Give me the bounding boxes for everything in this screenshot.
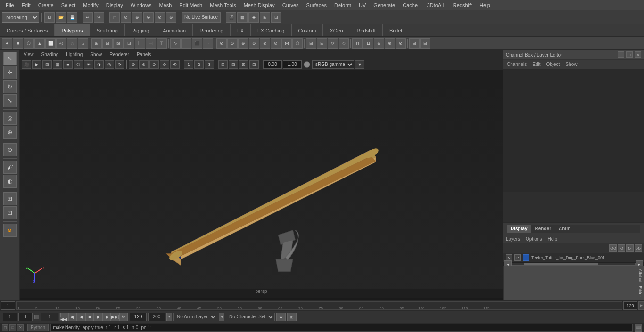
attr-editor-tab[interactable]: Attribute Editor [503, 266, 644, 300]
menu-edit-mesh[interactable]: Edit Mesh [175, 1, 206, 9]
layer-color-swatch[interactable] [523, 254, 529, 261]
layer-scroll-track[interactable] [512, 263, 636, 266]
vp-shadow-btn[interactable]: ◑ [94, 60, 104, 69]
cb-edit-menu[interactable]: Edit [532, 62, 540, 67]
menu-deform[interactable]: Deform [330, 1, 355, 9]
render4-btn[interactable]: ⊡ [271, 12, 281, 23]
layer-next-btn[interactable]: ▷ [626, 244, 634, 252]
bb-icon2[interactable]: □ [9, 324, 16, 331]
redo-btn[interactable]: ↪ [94, 12, 104, 23]
menu-mesh-display[interactable]: Mesh Display [240, 1, 279, 9]
menu-mesh[interactable]: Mesh [155, 1, 175, 9]
rp-maximize-btn[interactable]: □ [626, 51, 633, 58]
char-set-btn1[interactable]: ⚙ [276, 313, 286, 321]
bool4-btn[interactable]: ⊕ [385, 38, 395, 49]
playback-start-input[interactable] [18, 313, 33, 321]
bool5-btn[interactable]: ⊗ [396, 38, 406, 49]
vp-more3-btn[interactable]: ⊠ [239, 60, 248, 69]
render3-btn[interactable]: ⊞ [260, 12, 270, 23]
subdiv5-btn[interactable]: ⊢ [135, 38, 145, 49]
cam-btn[interactable]: 🎬 [226, 12, 236, 23]
char-set-btn2[interactable]: ⊞ [287, 313, 297, 321]
bevel-btn[interactable]: ⬝ [203, 38, 213, 49]
snap2-btn[interactable]: ⊘ [155, 12, 165, 23]
cb-show-menu[interactable]: Show [565, 62, 577, 67]
menu-edit[interactable]: Edit [18, 1, 34, 9]
layers-menu-options[interactable]: Options [526, 236, 542, 242]
layer-p-btn[interactable]: P [514, 254, 521, 261]
playback-end-range[interactable] [130, 313, 147, 321]
scale-tool[interactable]: ⤡ [3, 94, 17, 107]
menu-cache[interactable]: Cache [399, 1, 421, 9]
plane-btn[interactable]: ⬜ [45, 38, 56, 49]
vp-joint-btn[interactable]: ⊙ [149, 60, 159, 69]
vp-renderer-menu[interactable]: Renderer [109, 52, 129, 57]
cb-channels-menu[interactable]: Channels [507, 62, 527, 67]
layers-render-tab[interactable]: Render [531, 225, 555, 233]
current-frame-input[interactable] [3, 313, 17, 321]
canvas-area[interactable]: X Y Z persp [20, 70, 503, 298]
play-back-btn[interactable]: ◀ [77, 313, 85, 321]
bool1-btn[interactable]: ⊓ [352, 38, 363, 49]
layers-anim-tab[interactable]: Anim [555, 225, 574, 233]
translate-y-input[interactable] [283, 60, 302, 69]
lasso-btn[interactable]: ⊙ [121, 12, 131, 23]
subdiv1-btn[interactable]: ⊞ [91, 38, 102, 49]
cone-btn[interactable]: ▲ [34, 38, 45, 49]
play-jump-start-btn[interactable]: |◀◀ [60, 313, 68, 321]
tab-xgen[interactable]: XGen [323, 24, 350, 36]
cmd-icon[interactable]: ⌨ [635, 324, 642, 332]
rp-minimize-btn[interactable]: _ [618, 51, 624, 58]
timeline-ruler[interactable]: 1 5 10 15 20 25 30 35 40 45 50 55 60 65 … [16, 301, 622, 310]
layers-menu-help[interactable]: Help [547, 236, 557, 242]
rp-close-btn[interactable]: ✕ [635, 51, 641, 58]
gamma-select[interactable]: sRGB gamma [312, 60, 354, 69]
save-scene-btn[interactable]: 💾 [67, 12, 77, 23]
vp-motion-btn[interactable]: ⟳ [115, 60, 124, 69]
vp-light-btn[interactable]: ☀ [84, 60, 93, 69]
play-loop-btn[interactable]: ↻ [119, 313, 128, 321]
play-stop-btn[interactable]: ■ [85, 313, 94, 321]
vp-xray-btn[interactable]: ⊗ [139, 60, 149, 69]
tab-fx[interactable]: FX [231, 24, 251, 36]
menu-generate[interactable]: Generate [370, 1, 399, 9]
show-manip2-tool[interactable]: ⊡ [3, 206, 17, 219]
command-input[interactable] [50, 324, 633, 332]
tab-fx-caching[interactable]: FX Caching [251, 24, 291, 36]
paint-tool[interactable]: 🖌 [3, 161, 17, 174]
cube-btn[interactable]: ■ [13, 38, 23, 49]
vp-wire-btn[interactable]: ▦ [53, 60, 62, 69]
merge4-btn[interactable]: ⊘ [249, 38, 259, 49]
deform2-btn[interactable]: ⊟ [420, 38, 430, 49]
offset-btn[interactable]: ⟳ [328, 38, 338, 49]
merge2-btn[interactable]: ⊙ [227, 38, 238, 49]
vp-res1-btn[interactable]: 1 [184, 60, 193, 69]
rotate-tool[interactable]: ↻ [3, 80, 17, 93]
tab-rigging[interactable]: Rigging [125, 24, 156, 36]
playback-frame-num[interactable] [41, 313, 58, 321]
select-tool[interactable]: ↖ [3, 52, 17, 65]
tab-animation[interactable]: Animation [156, 24, 193, 36]
menu-help[interactable]: Help [476, 1, 494, 9]
menu-display[interactable]: Display [102, 1, 127, 9]
layer-v-btn[interactable]: V [506, 254, 512, 261]
merge1-btn[interactable]: ⊗ [216, 38, 227, 49]
vp-tex-btn[interactable]: ⬡ [74, 60, 83, 69]
tab-rendering[interactable]: Rendering [193, 24, 231, 36]
bool2-btn[interactable]: ⊔ [363, 38, 373, 49]
render1-btn[interactable]: ▦ [237, 12, 248, 23]
mode-select[interactable]: Modeling Rigging Animation [2, 12, 39, 23]
paint-btn[interactable]: ⊕ [132, 12, 142, 23]
char-set-arrow[interactable]: ◂ [219, 313, 224, 321]
tab-curves-surfaces[interactable]: Curves / Surfaces [0, 24, 55, 36]
python-label[interactable]: Python [27, 324, 49, 331]
menu-curves[interactable]: Curves [279, 1, 303, 9]
pyramid-btn[interactable]: ⟁ [78, 38, 88, 49]
live-surface-btn[interactable]: No Live Surface [182, 12, 221, 23]
menu-redshift[interactable]: Redshift [449, 1, 476, 9]
select-btn[interactable]: ◻ [109, 12, 120, 23]
vp-more4-btn[interactable]: ⊡ [249, 60, 259, 69]
vp-more2-btn[interactable]: ⊟ [229, 60, 238, 69]
timeline-end-input[interactable] [623, 301, 637, 310]
merge6-btn[interactable]: ⊜ [271, 38, 281, 49]
